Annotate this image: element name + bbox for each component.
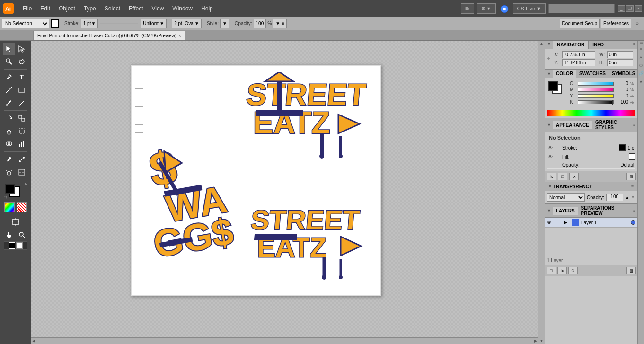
panel-strip-icon-4[interactable]: ⬡ (639, 63, 643, 68)
tab-close-btn[interactable]: × (178, 34, 181, 38)
bridge-button[interactable]: Br (461, 3, 474, 14)
style-btn[interactable]: ▼ (220, 19, 229, 28)
layers-trash-btn[interactable]: 🗑 (626, 267, 636, 274)
direct-selection-tool[interactable] (16, 43, 28, 55)
app-options-btn[interactable]: ≡ (631, 122, 637, 128)
canvas-area[interactable]: STREET STREET EATZ EATZ (31, 41, 545, 344)
rotate-tool[interactable] (3, 112, 15, 124)
color-spectrum-bar[interactable] (547, 110, 635, 116)
panel-strip-icon-3[interactable]: A (640, 55, 642, 60)
fill-visibility-eye[interactable]: 👁 (547, 153, 554, 160)
color-btn[interactable] (4, 202, 15, 212)
menu-type[interactable]: Type (80, 4, 100, 13)
scroll-bottom[interactable]: ◀ ▶ (31, 337, 538, 344)
trans-collapse-btn[interactable]: ▼ (547, 183, 553, 190)
layers-collapse-btn[interactable]: ▼ (545, 207, 553, 214)
zoom-tool[interactable] (16, 229, 28, 241)
m-slider[interactable] (578, 88, 614, 92)
selection-dropdown[interactable]: No Selection (2, 19, 49, 28)
shape-builder-tool[interactable] (3, 138, 15, 150)
menu-object[interactable]: Object (55, 4, 79, 13)
pen-tool[interactable] (3, 71, 15, 83)
fill-color-preview[interactable] (629, 153, 635, 160)
panel-strip-icon-1[interactable]: || (639, 42, 643, 44)
lasso-tool[interactable] (16, 55, 28, 68)
layer-1-expand[interactable]: ▶ (564, 220, 570, 225)
menu-select[interactable]: Select (101, 4, 124, 13)
blend-tool[interactable] (16, 153, 28, 166)
layers-fx-btn[interactable]: fx (557, 267, 567, 274)
stroke-color-box[interactable] (51, 19, 59, 28)
rect-tool[interactable] (16, 84, 28, 96)
stroke-color-preview[interactable] (619, 144, 626, 151)
trans-opacity-value[interactable]: 100 (606, 194, 623, 201)
close-button[interactable]: × (635, 5, 642, 12)
fg-color-swatch-panel[interactable] (548, 81, 558, 91)
appearance-new-btn[interactable]: □ (558, 173, 567, 180)
menu-window[interactable]: Window (168, 4, 196, 13)
type-tool[interactable]: T (16, 71, 28, 83)
swatches-tab[interactable]: SWATCHES (576, 70, 609, 78)
chart-tool[interactable] (16, 138, 28, 150)
hand-tool[interactable] (3, 229, 15, 241)
preferences-btn[interactable]: Preferences (601, 19, 631, 28)
restore-button[interactable]: ❐ (626, 5, 634, 12)
eyedropper-tool[interactable] (3, 153, 15, 166)
cs-live-button[interactable]: CS Live ▼ (513, 3, 546, 14)
collapse-toolbar-btn[interactable]: » (633, 21, 642, 26)
layers-tab[interactable]: LAYERS (553, 207, 578, 215)
free-transform-tool[interactable] (16, 125, 28, 137)
scale-tool[interactable] (16, 112, 28, 124)
panel-strip-icon-6[interactable]: ★ (639, 79, 643, 84)
swap-colors-btn[interactable]: ⇆ (25, 183, 27, 186)
magic-wand-tool[interactable] (3, 55, 15, 68)
stroke-type-btn[interactable]: Uniform ▼ (141, 19, 167, 28)
panel-strip-icon-2[interactable]: ≡ (640, 47, 642, 52)
scroll-down-btn[interactable]: ▼ (540, 339, 544, 343)
scroll-left-btn[interactable]: ◀ (32, 339, 35, 343)
y-slider[interactable] (578, 94, 614, 98)
warp-tool[interactable] (3, 125, 15, 137)
artboard-tool[interactable] (9, 216, 22, 228)
stroke-oval-btn[interactable]: 2 pt. Oval ▼ (172, 19, 202, 28)
separations-tab[interactable]: SEPARATIONS PREVIEW (578, 204, 631, 217)
default-colors-btn[interactable]: ⬚ (4, 196, 7, 200)
paintbrush-tool[interactable] (3, 97, 15, 109)
symbol-sprayer-tool[interactable] (3, 166, 15, 178)
scroll-right[interactable]: ▲ ▼ (538, 41, 545, 344)
blend-mode-select[interactable]: Normal (547, 193, 585, 202)
scroll-right-btn[interactable]: ▶ (534, 339, 537, 343)
symbols-tab[interactable]: SYMBOLS (609, 70, 637, 78)
search-input[interactable] (548, 4, 615, 13)
selection-tool[interactable] (3, 43, 15, 55)
appearance-fx-btn[interactable]: fx (547, 173, 556, 180)
appearance-delete-btn[interactable]: fx (569, 173, 579, 180)
layers-new-layer-btn[interactable]: □ (547, 267, 556, 274)
scroll-up-btn[interactable]: ▲ (540, 42, 544, 46)
nav-options-btn[interactable]: ≡ (631, 41, 637, 49)
trans-options-icon[interactable]: ≡ (632, 195, 634, 200)
stroke-value-btn[interactable]: 1 pt ▼ (81, 19, 98, 28)
none-btn[interactable] (17, 202, 27, 212)
layers-options-btn[interactable]: ≡ (631, 207, 637, 214)
column-graph-tool[interactable] (16, 166, 28, 178)
c-slider[interactable] (578, 82, 614, 86)
trans-options-btn[interactable]: ≡ (629, 183, 635, 190)
color-tab[interactable]: COLOR (553, 70, 576, 78)
appearance-trash-btn[interactable]: 🗑 (626, 173, 636, 180)
app-collapse-btn[interactable]: ▼ (545, 122, 553, 128)
appearance-tab[interactable]: APPEARANCE (553, 121, 592, 129)
panel-strip-icon-5[interactable]: 🔗 (639, 71, 644, 76)
menu-edit[interactable]: Edit (36, 4, 54, 13)
view-toggle-btn[interactable] (4, 241, 27, 250)
k-slider[interactable] (578, 100, 614, 104)
info-tab[interactable]: INFO (589, 41, 608, 49)
layer-1-row[interactable]: 👁 ▶ Layer 1 (545, 218, 637, 228)
navigator-tab[interactable]: NAVIGATOR (553, 41, 589, 49)
trans-increase-btn[interactable]: ▲ (625, 195, 630, 200)
graphic-styles-tab[interactable]: GRAPHIC STYLES (592, 118, 631, 132)
view-options-button[interactable]: ⊞ ▼ (477, 3, 496, 14)
layer-1-eye[interactable]: 👁 (547, 220, 554, 225)
menu-help[interactable]: Help (197, 4, 217, 13)
document-setup-btn[interactable]: Document Setup (560, 19, 600, 28)
